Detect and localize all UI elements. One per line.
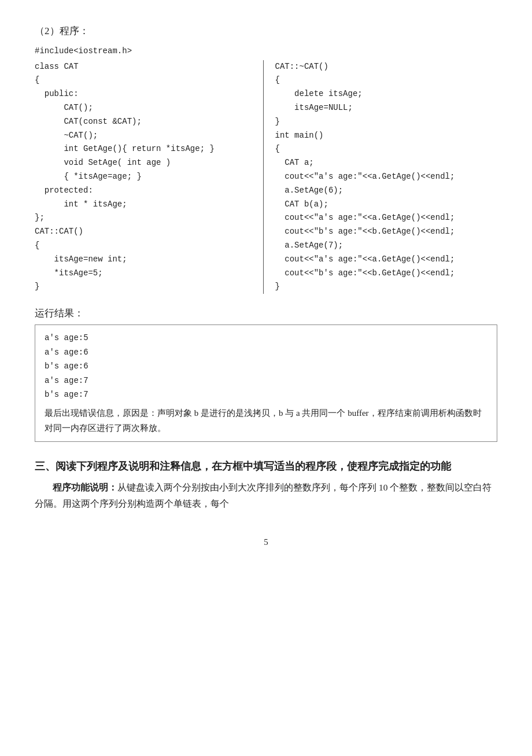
result-box: a's age:5a's age:6b's age:6a's age:7b's … — [35, 324, 497, 442]
page-number: 5 — [35, 535, 497, 549]
code-line: CAT::CAT() — [35, 225, 257, 239]
code-left: class CAT{ public: CAT(); CAT(const &CAT… — [35, 60, 264, 294]
result-explanation: 最后出现错误信息，原因是：声明对象 b 是进行的是浅拷贝，b 与 a 共用同一个… — [45, 405, 487, 436]
section3-body: 程序功能说明：从键盘读入两个分别按由小到大次序排列的整数序列，每个序列 10 个… — [35, 480, 497, 512]
code-line: a.SetAge(6); — [275, 184, 498, 198]
code-area: class CAT{ public: CAT(); CAT(const &CAT… — [35, 60, 497, 294]
code-line: CAT b(a); — [275, 198, 498, 212]
code-line: CAT a; — [275, 156, 498, 170]
result-output-line: b's age:7 — [45, 388, 487, 402]
code-line: *itsAge=5; — [35, 267, 257, 281]
code-line: CAT::~CAT() — [275, 60, 498, 74]
code-line: cout<<"b's age:"<<b.GetAge()<<endl; — [275, 225, 498, 239]
code-line: ~CAT(); — [35, 129, 257, 143]
code-line: cout<<"a's age:"<<a.GetAge()<<endl; — [275, 170, 498, 184]
code-line: void SetAge( int age ) — [35, 156, 257, 170]
code-line: }; — [35, 211, 257, 225]
code-line: cout<<"a's age:"<<a.GetAge()<<endl; — [275, 253, 498, 267]
include-line: #include<iostream.h> — [35, 45, 497, 57]
code-line: protected: — [35, 184, 257, 198]
code-line: int main() — [275, 129, 498, 143]
code-line: cout<<"b's age:"<<b.GetAge()<<endl; — [275, 267, 498, 281]
section2-title: （2）程序： — [35, 23, 497, 39]
code-line: public: — [35, 87, 257, 101]
code-line: int GetAge(){ return *itsAge; } — [35, 142, 257, 156]
result-output-line: a's age:5 — [45, 331, 487, 345]
code-line: } — [275, 115, 498, 129]
code-line: { — [35, 73, 257, 87]
code-right: CAT::~CAT(){ delete itsAge; itsAge=NULL;… — [264, 60, 498, 294]
code-line: int * itsAge; — [35, 198, 257, 212]
result-output-line: b's age:6 — [45, 359, 487, 374]
code-line: } — [35, 280, 257, 294]
code-line: { — [35, 239, 257, 253]
code-line: delete itsAge; — [275, 87, 498, 101]
code-line: cout<<"a's age:"<<a.GetAge()<<endl; — [275, 211, 498, 225]
code-line: a.SetAge(7); — [275, 239, 498, 253]
code-line: itsAge=NULL; — [275, 101, 498, 115]
code-line: { *itsAge=age; } — [35, 170, 257, 184]
code-line: { — [275, 142, 498, 156]
result-title: 运行结果： — [35, 305, 497, 321]
code-line: } — [275, 280, 498, 294]
result-output-line: a's age:7 — [45, 374, 487, 388]
code-line: CAT(const &CAT); — [35, 115, 257, 129]
result-output-line: a's age:6 — [45, 345, 487, 360]
section3-title: 三、阅读下列程序及说明和注释信息，在方框中填写适当的程序段，使程序完成指定的功能 — [35, 458, 497, 475]
code-line: itsAge=new int; — [35, 253, 257, 267]
section3-block: 三、阅读下列程序及说明和注释信息，在方框中填写适当的程序段，使程序完成指定的功能… — [35, 458, 497, 512]
code-line: CAT(); — [35, 101, 257, 115]
code-line: class CAT — [35, 60, 257, 74]
result-section: 运行结果： a's age:5a's age:6b's age:6a's age… — [35, 305, 497, 442]
code-line: { — [275, 73, 498, 87]
